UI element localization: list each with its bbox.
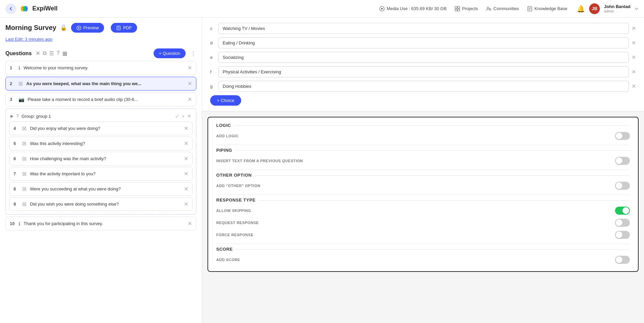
- allow-skipping-toggle[interactable]: [615, 207, 630, 215]
- allow-skipping-row: ALLOW SKIPPING: [216, 205, 630, 217]
- close-q10-icon[interactable]: ✕: [188, 220, 192, 227]
- question-item-1[interactable]: 1 ℹ Welcome to your morning survey. ✕: [5, 61, 196, 75]
- request-response-row: REQUEST RESPONSE: [216, 217, 630, 229]
- left-panel: Morning Survey 🔓 Preview PDF Last Edit: …: [0, 17, 202, 323]
- piping-toggle[interactable]: [615, 157, 630, 165]
- settings-box: LOGIC ADD LOGIC PIPING INSERT TEXT FROM …: [207, 117, 639, 272]
- other-option-section: OTHER OPTION ADD "OTHER" OPTION: [216, 173, 630, 192]
- close-choice-f-icon[interactable]: ✕: [632, 69, 636, 75]
- logo-icon: [19, 3, 30, 14]
- question-item-3[interactable]: 3 📷 Please take a moment to record a bri…: [5, 93, 196, 106]
- chevron-down-icon[interactable]: [635, 7, 639, 11]
- checkbox-icon: ☒: [19, 81, 23, 86]
- choice-row-e: e ✕: [210, 52, 636, 63]
- question-item-9[interactable]: 9 ☒ Did you wish you were doing somethin…: [9, 197, 193, 211]
- other-option-toggle[interactable]: [615, 182, 630, 190]
- list-icon[interactable]: ☰: [49, 50, 54, 57]
- choice-row-g: g ✕: [210, 81, 636, 92]
- choice-input-d[interactable]: [218, 37, 629, 48]
- table-icon[interactable]: ▦: [62, 50, 67, 57]
- last-edit[interactable]: Last Edit: 3 minutes ago: [0, 35, 202, 46]
- svg-rect-7: [458, 6, 460, 8]
- topnav-right: 🔔 JB John Bantad admin: [577, 3, 639, 14]
- projects-nav[interactable]: Projects: [455, 6, 478, 11]
- info-icon-10: ℹ: [19, 221, 20, 226]
- grid-icon: [455, 6, 460, 11]
- svg-point-11: [489, 8, 491, 10]
- request-response-toggle[interactable]: [615, 219, 630, 227]
- logic-row: ADD LOGIC: [216, 130, 630, 142]
- add-question-button[interactable]: + Question: [154, 48, 186, 58]
- question-item-7[interactable]: 7 ☒ Was the activity important to you? ✕: [9, 167, 193, 181]
- question-item-10[interactable]: 10 ℹ Thank you for participating in this…: [5, 217, 196, 230]
- close-choice-c-icon[interactable]: ✕: [632, 25, 636, 32]
- book-icon: [527, 6, 533, 11]
- group-type-icon: ?: [16, 113, 19, 119]
- choice-input-f[interactable]: [218, 66, 629, 77]
- group-close-icon[interactable]: ✕: [187, 113, 191, 119]
- group-add-icon[interactable]: +: [182, 113, 185, 119]
- close-q6-icon[interactable]: ✕: [184, 155, 188, 162]
- close-choice-d-icon[interactable]: ✕: [632, 40, 636, 46]
- communities-nav[interactable]: Communities: [486, 6, 519, 11]
- help-icon[interactable]: ?: [57, 50, 60, 57]
- close-q4-icon[interactable]: ✕: [184, 125, 188, 132]
- camera-icon: 📷: [19, 97, 24, 102]
- play-icon: [379, 6, 385, 11]
- close-q8-icon[interactable]: ✕: [184, 186, 188, 192]
- group-header[interactable]: ▶ ? Group: group 1 ⤢ + ✕: [8, 111, 194, 121]
- choices-area: c ✕ d ✕ e ✕ f ✕: [202, 17, 644, 111]
- choice-row-f: f ✕: [210, 66, 636, 77]
- user-info: John Bantad admin: [604, 4, 631, 13]
- force-response-row: FORCE RESPONSE: [216, 229, 630, 241]
- group-resize-icon[interactable]: ⤢: [175, 113, 179, 119]
- choice-input-e[interactable]: [218, 52, 629, 63]
- knowledge-base-nav[interactable]: Knowledge Base: [527, 6, 568, 11]
- score-toggle[interactable]: [615, 256, 630, 264]
- main-layout: Morning Survey 🔓 Preview PDF Last Edit: …: [0, 17, 644, 323]
- score-section: SCORE ADD SCORE: [216, 247, 630, 266]
- close-q2-icon[interactable]: ✕: [188, 80, 192, 87]
- media-use: Media Use : 635.69 KB/ 30 GB: [379, 6, 447, 11]
- shuffle-icon[interactable]: ✕: [36, 50, 40, 57]
- question-item-5[interactable]: 5 ☒ Was this activity interesting? ✕: [9, 137, 193, 150]
- play-small-icon: [76, 26, 81, 30]
- back-button[interactable]: [5, 3, 16, 14]
- close-q9-icon[interactable]: ✕: [184, 201, 188, 207]
- choice-input-c[interactable]: [218, 23, 629, 34]
- piping-section: PIPING INSERT TEXT FROM A PREVIOUS QUEST…: [216, 148, 630, 167]
- question-item-6[interactable]: 6 ☒ How challenging was the main activit…: [9, 152, 193, 166]
- user-avatar: JB: [589, 3, 600, 14]
- response-type-section: RESPONSE TYPE ALLOW SKIPPING REQUEST RES…: [216, 198, 630, 241]
- close-q1-icon[interactable]: ✕: [188, 65, 192, 71]
- question-item-4[interactable]: 4 ☒ Did you enjoy what you were doing? ✕: [9, 121, 193, 135]
- more-options-icon[interactable]: ⋮: [190, 50, 196, 57]
- question-group: ▶ ? Group: group 1 ⤢ + ✕ 4 ☒ Did you enj…: [5, 108, 196, 215]
- pdf-button[interactable]: PDF: [111, 23, 137, 33]
- close-q5-icon[interactable]: ✕: [184, 140, 188, 147]
- svg-rect-9: [458, 9, 460, 11]
- svg-rect-8: [455, 9, 457, 11]
- choice-row-c: c ✕: [210, 23, 636, 34]
- question-item-8[interactable]: 8 ☒ Were you succeeding at what you were…: [9, 182, 193, 196]
- svg-marker-14: [78, 27, 80, 29]
- close-q3-icon[interactable]: ✕: [188, 96, 192, 103]
- close-choice-e-icon[interactable]: ✕: [632, 54, 636, 61]
- force-response-toggle[interactable]: [615, 231, 630, 239]
- copy-icon[interactable]: ⧉: [43, 50, 46, 57]
- checkbox-icon-5: ☒: [22, 141, 27, 146]
- add-choice-button[interactable]: + Choice: [210, 95, 241, 106]
- question-item-2[interactable]: 2 ☒ As you were beeped, what was the mai…: [5, 77, 196, 91]
- communities-icon: [486, 6, 491, 11]
- questions-label: Questions: [5, 50, 32, 57]
- logic-toggle[interactable]: [615, 132, 630, 140]
- bell-button[interactable]: 🔔: [577, 5, 585, 13]
- close-q7-icon[interactable]: ✕: [184, 171, 188, 177]
- close-choice-g-icon[interactable]: ✕: [632, 83, 636, 89]
- group-expand-icon: ▶: [10, 114, 13, 118]
- preview-button[interactable]: Preview: [71, 23, 104, 33]
- pdf-icon: [116, 26, 121, 30]
- svg-point-3: [23, 6, 26, 11]
- choice-input-g[interactable]: [218, 81, 629, 92]
- choice-row-d: d ✕: [210, 37, 636, 48]
